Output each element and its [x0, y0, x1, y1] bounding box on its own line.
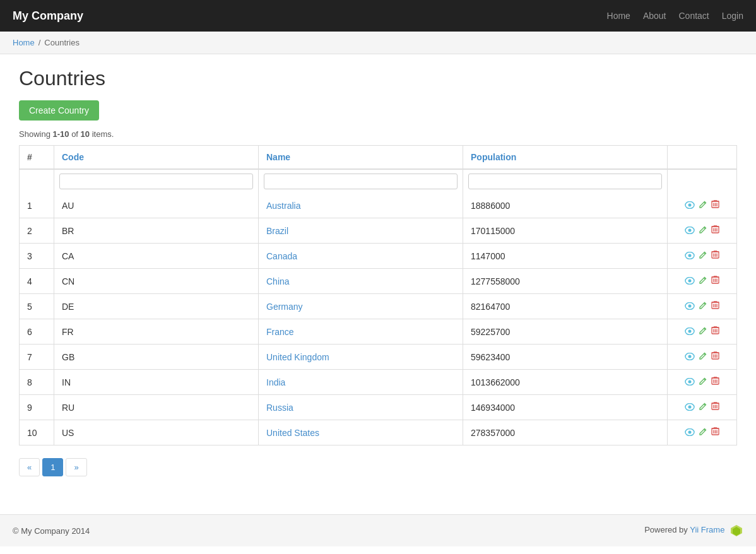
country-name-link[interactable]: India [266, 377, 285, 387]
cell-actions [668, 395, 737, 420]
view-icon[interactable] [685, 301, 695, 312]
cell-name: United States [259, 420, 463, 445]
action-icons [675, 376, 729, 388]
filter-name-input[interactable] [264, 174, 458, 189]
country-name-link[interactable]: Germany [266, 302, 303, 312]
view-icon[interactable] [685, 402, 695, 413]
nav-login[interactable]: Login [722, 11, 743, 21]
cell-code: FR [54, 319, 259, 345]
sort-name[interactable]: Name [266, 152, 290, 162]
filter-actions-cell [668, 169, 737, 193]
nav-home[interactable]: Home [607, 11, 630, 21]
nav-about[interactable]: About [643, 11, 666, 21]
svg-point-64 [688, 430, 692, 433]
edit-icon[interactable] [699, 377, 707, 388]
cell-actions [668, 269, 737, 294]
cell-num: 7 [20, 345, 54, 370]
svg-point-29 [688, 304, 692, 307]
view-icon[interactable] [685, 250, 695, 262]
sort-code[interactable]: Code [62, 152, 84, 162]
view-icon[interactable] [685, 225, 695, 237]
cell-code: GB [54, 345, 259, 370]
filter-code-input[interactable] [59, 174, 253, 189]
edit-icon[interactable] [699, 427, 707, 439]
edit-icon[interactable] [699, 276, 707, 287]
table-body: 1AUAustralia188860002BRBrazil1701150003C… [20, 193, 737, 445]
svg-point-50 [688, 380, 692, 383]
delete-icon[interactable] [711, 351, 719, 363]
edit-icon[interactable] [699, 225, 707, 237]
edit-icon[interactable] [699, 250, 707, 262]
country-name-link[interactable]: United States [266, 428, 319, 438]
delete-icon[interactable] [711, 427, 719, 439]
delete-icon[interactable] [711, 326, 719, 338]
delete-icon[interactable] [711, 275, 719, 287]
pagination-prev[interactable]: « [19, 458, 40, 476]
view-icon[interactable] [685, 326, 695, 338]
cell-num: 5 [20, 294, 54, 319]
edit-icon[interactable] [699, 200, 707, 211]
delete-icon[interactable] [711, 225, 719, 237]
action-icons [675, 199, 729, 211]
showing-middle: of [69, 129, 81, 139]
cell-code: IN [54, 370, 259, 395]
cell-num: 4 [20, 269, 54, 294]
svg-point-22 [688, 279, 692, 282]
cell-code: AU [54, 193, 259, 218]
edit-icon[interactable] [699, 301, 707, 312]
country-name-link[interactable]: Russia [266, 403, 293, 413]
delete-icon[interactable] [711, 376, 719, 388]
svg-point-36 [688, 329, 692, 333]
delete-icon[interactable] [711, 199, 719, 211]
action-icons [675, 351, 729, 363]
edit-icon[interactable] [699, 402, 707, 413]
cell-actions [668, 319, 737, 345]
cell-code: RU [54, 395, 259, 420]
country-name-link[interactable]: Australia [266, 201, 300, 211]
country-name-link[interactable]: Brazil [266, 226, 288, 236]
country-name-link[interactable]: United Kingdom [266, 352, 329, 362]
delete-icon[interactable] [711, 300, 719, 312]
cell-code: DE [54, 294, 259, 319]
filter-population-cell [463, 169, 668, 193]
table-row: 4CNChina1277558000 [20, 269, 737, 294]
cell-code: BR [54, 218, 259, 244]
filter-population-input[interactable] [468, 174, 662, 189]
breadcrumb-bar: Home / Countries [0, 32, 756, 54]
yii-link[interactable]: Yii Frame [690, 525, 724, 534]
view-icon[interactable] [685, 427, 695, 439]
action-icons [675, 225, 729, 237]
breadcrumb-separator: / [38, 38, 41, 47]
table-row: 5DEGermany82164700 [20, 294, 737, 319]
table-row: 6FRFrance59225700 [20, 319, 737, 345]
action-icons [675, 326, 729, 338]
edit-icon[interactable] [699, 326, 707, 338]
pagination-next[interactable]: » [66, 458, 86, 476]
filter-num-cell [20, 169, 54, 193]
table-row: 7GBUnited Kingdom59623400 [20, 345, 737, 370]
view-icon[interactable] [685, 351, 695, 363]
breadcrumb-home[interactable]: Home [13, 38, 35, 47]
navbar-brand[interactable]: My Company [13, 9, 83, 23]
pagination-page-1[interactable]: 1 [42, 458, 63, 476]
country-name-link[interactable]: France [266, 327, 294, 337]
country-name-link[interactable]: Canada [266, 251, 297, 261]
footer: © My Company 2014 Powered by Yii Frame [0, 514, 756, 546]
cell-actions [668, 370, 737, 395]
delete-icon[interactable] [711, 401, 719, 413]
sort-population[interactable]: Population [471, 152, 516, 162]
view-icon[interactable] [685, 200, 695, 211]
cell-name: China [259, 269, 463, 294]
country-name-link[interactable]: China [266, 276, 290, 286]
nav-contact[interactable]: Contact [678, 11, 709, 21]
powered-by: Powered by Yii Frame [644, 524, 743, 538]
cell-name: United Kingdom [259, 345, 463, 370]
create-country-button[interactable]: Create Country [19, 100, 99, 121]
delete-icon[interactable] [711, 250, 719, 262]
edit-icon[interactable] [699, 351, 707, 363]
navbar-links: Home About Contact Login [607, 11, 743, 21]
view-icon[interactable] [685, 377, 695, 388]
svg-point-15 [688, 254, 692, 257]
filter-name-cell [259, 169, 463, 193]
view-icon[interactable] [685, 276, 695, 287]
